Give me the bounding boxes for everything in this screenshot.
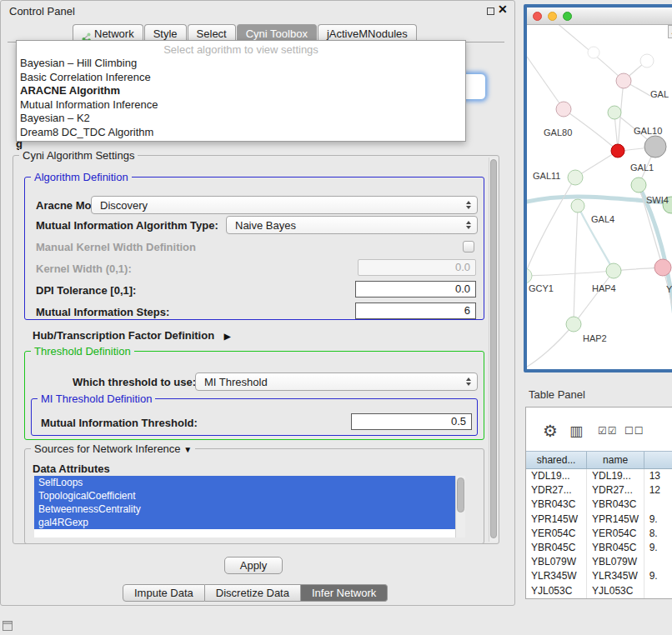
attribute-item-selected[interactable]: SelfLoops: [34, 476, 455, 489]
manual-kernel-checkbox[interactable]: [463, 241, 474, 252]
network-edge[interactable]: [527, 57, 564, 109]
network-node-label: SWI4: [646, 195, 669, 205]
sources-group-title: Sources for Network Inference: [34, 442, 181, 455]
network-node[interactable]: [654, 259, 671, 276]
network-canvas[interactable]: GAL80GAL10GAL1GAL11SWI4GAL4GCY1HAP4HAP2G…: [527, 25, 672, 369]
dropdown-item[interactable]: Mutual Information Inference: [17, 98, 465, 112]
columns-icon[interactable]: ▥: [569, 422, 583, 440]
aracne-mode-value: Discovery: [100, 199, 148, 212]
network-scroll-up-button[interactable]: ▲: [668, 25, 672, 38]
mi-threshold-field[interactable]: 0.5: [351, 413, 472, 430]
dropdown-item[interactable]: Basic Correlation Inference: [17, 71, 465, 85]
collapsed-arrow-icon[interactable]: ▶: [224, 332, 231, 341]
expanded-arrow-icon[interactable]: ▼: [183, 445, 192, 454]
close-traffic-light-icon[interactable]: [533, 12, 542, 21]
network-node[interactable]: [640, 54, 654, 68]
mi-type-label: Mutual Information Algorithm Type:: [36, 219, 218, 232]
which-threshold-combo[interactable]: MI Threshold: [195, 372, 478, 391]
column-header-name[interactable]: name: [587, 452, 644, 468]
attributes-list-scrollbar[interactable]: [455, 476, 465, 538]
data-attributes-label: Data Attributes: [33, 462, 110, 475]
table-row[interactable]: YPR145WYPR145W9.: [526, 512, 672, 527]
network-node[interactable]: [566, 317, 581, 332]
column-header-cut[interactable]: [644, 452, 672, 468]
mi-type-combo[interactable]: Naive Bayes: [226, 216, 478, 234]
column-header-shared-name[interactable]: shared...: [526, 452, 587, 468]
aracne-mode-combo[interactable]: Discovery: [91, 196, 478, 214]
attribute-item-selected[interactable]: TopologicalCoefficient: [34, 489, 455, 502]
apply-button[interactable]: Apply: [224, 557, 283, 574]
network-tab-icon: [82, 29, 91, 38]
network-edge[interactable]: [574, 206, 578, 324]
control-panel-title: Control Panel: [9, 5, 75, 18]
dpi-tolerance-field[interactable]: 0.0: [355, 281, 476, 298]
attributes-scrollbar-thumb[interactable]: [457, 478, 464, 512]
network-edge[interactable]: [527, 271, 614, 276]
network-node[interactable]: [588, 47, 599, 58]
network-node[interactable]: [611, 144, 624, 158]
tab-impute-data[interactable]: Impute Data: [123, 584, 205, 602]
network-node[interactable]: [608, 106, 621, 119]
table-row[interactable]: YER054CYER054C8.: [526, 527, 672, 541]
attribute-item-selected[interactable]: gal4RGexp: [34, 516, 455, 529]
table-row[interactable]: YBR043CYBR043C: [526, 498, 672, 512]
sources-group-header[interactable]: Sources for Network Inference ▼: [31, 442, 195, 455]
network-node-label: GAL1: [630, 162, 654, 172]
dropdown-item[interactable]: Bayesian – K2: [17, 112, 465, 126]
close-window-icon[interactable]: ✕: [498, 2, 508, 16]
network-node-label: Y: [666, 284, 672, 294]
table-row[interactable]: YBR045CYBR045C9.: [526, 541, 672, 555]
float-window-icon[interactable]: [487, 8, 494, 15]
hub-section-header[interactable]: Hub/Transcription Factor Definition ▶: [33, 329, 230, 342]
gear-icon[interactable]: ⚙: [543, 421, 558, 441]
algorithm-definition-title: Algorithm Definition: [31, 171, 132, 183]
network-node[interactable]: [606, 263, 621, 278]
select-all-icon[interactable]: ☑☑: [598, 425, 618, 437]
network-node-label: GAL: [650, 89, 669, 99]
table-row[interactable]: YJL053CYJL053C: [526, 584, 672, 598]
deselect-all-icon[interactable]: ☐☐: [624, 425, 644, 437]
dropdown-item-aracne[interactable]: ARACNE Algorithm: [17, 84, 465, 98]
table-body: YDL19...YDL19...13 YDR27...YDR27...12 YB…: [526, 469, 672, 598]
network-node[interactable]: [616, 73, 631, 88]
table-row[interactable]: YDR27...YDR27...12: [526, 483, 672, 498]
dpi-tolerance-label: DPI Tolerance [0,1]:: [36, 284, 136, 297]
table-panel-window: ⚙ ▥ ☑☑ ☐☐ shared... name YDL19...YDL19..…: [525, 407, 672, 599]
minimized-panel-icon[interactable]: [3, 621, 13, 631]
mi-threshold-group-title: MI Threshold Definition: [38, 392, 155, 405]
table-row[interactable]: YLR345WYLR345W9.: [526, 569, 672, 583]
table-row[interactable]: YBL079WYBL079W: [526, 555, 672, 569]
combo-arrows-icon: [466, 201, 471, 209]
settings-scrollbar-thumb[interactable]: [490, 159, 497, 538]
network-edge[interactable]: [574, 271, 614, 324]
dropdown-item[interactable]: Dream8 DC_TDC Algorithm: [17, 126, 465, 140]
tab-infer-network[interactable]: Infer Network: [301, 584, 388, 602]
network-node-label: HAP4: [592, 283, 616, 293]
dropdown-item[interactable]: Bayesian – Hill Climbing: [17, 57, 465, 71]
network-node[interactable]: [571, 199, 584, 212]
network-node-label: HAP2: [583, 333, 607, 343]
data-attributes-list: SelfLoops TopologicalCoefficient Between…: [34, 476, 465, 538]
network-node[interactable]: [568, 170, 583, 185]
kernel-width-field[interactable]: 0.0: [358, 259, 476, 276]
settings-scrollbar[interactable]: [489, 158, 498, 542]
network-edge[interactable]: [527, 324, 574, 369]
zoom-traffic-light-icon[interactable]: [563, 12, 572, 21]
table-toolbar: ⚙ ▥ ☑☑ ☐☐: [526, 408, 672, 451]
table-row[interactable]: YDL19...YDL19...13: [526, 469, 672, 483]
network-edge[interactable]: [527, 178, 575, 276]
mi-steps-field[interactable]: 6: [355, 302, 476, 319]
control-panel-window: Control Panel ✕ Network Style Select Cyn…: [0, 0, 515, 606]
manual-kernel-label: Manual Kernel Width Definition: [36, 241, 196, 253]
tab-discretize-data[interactable]: Discretize Data: [205, 584, 301, 602]
attribute-item-selected[interactable]: BetweennessCentrality: [34, 502, 455, 516]
network-window-titlebar[interactable]: [527, 8, 672, 25]
network-node[interactable]: [631, 178, 646, 192]
network-node[interactable]: [527, 268, 532, 283]
combo-arrows-icon: [466, 378, 471, 386]
threshold-definition-title: Threshold Definition: [31, 345, 134, 358]
network-node[interactable]: [556, 102, 571, 117]
network-node-label: GAL4: [591, 214, 614, 224]
network-node[interactable]: [644, 136, 666, 158]
minimize-traffic-light-icon[interactable]: [548, 12, 557, 21]
